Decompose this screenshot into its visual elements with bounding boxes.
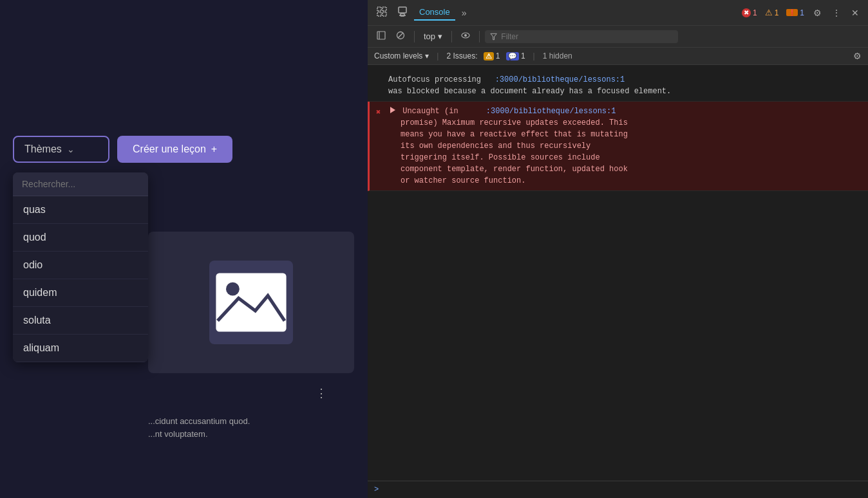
themes-button[interactable]: Thèmes ⌄ bbox=[13, 136, 109, 163]
create-label: Créer une leçon bbox=[133, 143, 206, 155]
card-menu-button[interactable]: ⋮ bbox=[316, 386, 327, 400]
svg-rect-4 bbox=[382, 7, 386, 11]
card-text-line2: ...nt voluptatem. bbox=[148, 428, 250, 441]
lesson-card-image bbox=[148, 232, 354, 373]
console-message-error: ✖ Uncaught (in :3000/bibliotheque/lesson… bbox=[368, 102, 868, 191]
dropdown-item-quas[interactable]: quas bbox=[13, 196, 148, 224]
eye-icon bbox=[461, 31, 470, 40]
issues-bar: Custom levels ▾ | 2 Issues: ⚠ 1 💬 1 | 1 … bbox=[368, 48, 868, 65]
gear-icon: ⚙ bbox=[813, 8, 822, 18]
autofocus-text: was blocked because a document already h… bbox=[388, 87, 671, 96]
devtools-settings-button[interactable]: ⚙ bbox=[809, 5, 826, 21]
issues-info-count: 1 bbox=[521, 51, 525, 60]
filter-input-wrap bbox=[485, 30, 678, 43]
dropdown-search-input[interactable] bbox=[13, 172, 148, 196]
left-panel: Thèmes ⌄ Créer une leçon + quas quod odi… bbox=[0, 0, 368, 498]
filter-icon bbox=[490, 33, 497, 41]
dropdown-item-aliquam[interactable]: aliquam bbox=[13, 335, 148, 362]
issues-warn-count: 1 bbox=[496, 51, 500, 60]
issues-info-icon: 💬 bbox=[506, 52, 519, 60]
console-toolbar: top ▾ bbox=[368, 26, 868, 48]
context-label: top bbox=[424, 32, 435, 41]
autofocus-link[interactable]: :3000/bibliotheque/lessons:1 bbox=[495, 75, 625, 84]
themes-label: Thèmes bbox=[24, 143, 62, 155]
dropdown-item-quod[interactable]: quod bbox=[13, 224, 148, 252]
devtools-tabbar: Console » ✖ 1 ⚠ 1 ❗ 1 ⚙ ⋮ ✕ bbox=[368, 0, 868, 26]
warning-badge: ⚠ 1 bbox=[762, 6, 782, 19]
svg-rect-10 bbox=[377, 32, 385, 39]
svg-rect-5 bbox=[377, 12, 381, 16]
console-input[interactable] bbox=[384, 485, 862, 494]
warning-triangle-icon: ⚠ bbox=[765, 8, 773, 17]
issues-separator: | bbox=[437, 51, 439, 60]
sidebar-toggle-button[interactable] bbox=[373, 28, 390, 44]
issues-settings-button[interactable]: ⚙ bbox=[853, 51, 862, 61]
create-lesson-button[interactable]: Créer une leçon + bbox=[117, 136, 232, 163]
console-content: Autofocus processing :3000/bibliotheque/… bbox=[368, 65, 868, 481]
svg-marker-16 bbox=[491, 33, 496, 39]
card-text: ...cidunt accusantium quod. ...nt volupt… bbox=[148, 415, 250, 440]
custom-levels-arrow: ▾ bbox=[425, 51, 429, 60]
eye-button[interactable] bbox=[457, 28, 474, 44]
issues-prefix: 2 Issues: bbox=[446, 51, 477, 60]
console-prompt: > bbox=[374, 485, 379, 494]
dropdown-item-soluta[interactable]: soluta bbox=[13, 307, 148, 335]
issues-summary: 2 Issues: ⚠ 1 💬 1 bbox=[446, 51, 525, 60]
sidebar-icon bbox=[377, 31, 386, 40]
issues-warn-icon: ⚠ bbox=[484, 52, 494, 60]
context-selector-button[interactable]: top ▾ bbox=[420, 30, 446, 43]
svg-line-13 bbox=[398, 33, 403, 38]
expand-triangle-icon[interactable] bbox=[390, 107, 395, 113]
info-count: 1 bbox=[800, 8, 804, 17]
issues-gear-icon: ⚙ bbox=[853, 51, 862, 61]
issues-sep-2: | bbox=[533, 51, 535, 60]
inspect-icon bbox=[377, 6, 387, 17]
custom-levels-label: Custom levels bbox=[374, 51, 422, 60]
devtools-more-button[interactable]: ⋮ bbox=[828, 5, 845, 21]
block-icon bbox=[396, 31, 405, 40]
tab-console[interactable]: Console bbox=[414, 5, 455, 21]
menu-dots-icon: ⋮ bbox=[316, 387, 327, 400]
image-placeholder-icon bbox=[209, 261, 293, 344]
dropdown-item-quidem[interactable]: quidem bbox=[13, 279, 148, 307]
clear-console-button[interactable] bbox=[392, 28, 409, 44]
close-icon: ✕ bbox=[851, 8, 859, 18]
inspect-element-button[interactable] bbox=[373, 4, 391, 21]
info-icon: ❗ bbox=[786, 9, 798, 16]
console-input-row: > bbox=[368, 481, 868, 498]
separator-3 bbox=[479, 31, 480, 42]
console-message-autofocus: Autofocus processing :3000/bibliotheque/… bbox=[368, 70, 868, 102]
error-icon: ✖ bbox=[376, 107, 381, 118]
svg-rect-6 bbox=[382, 12, 386, 16]
dropdown-arrow-icon: ▾ bbox=[438, 32, 442, 41]
svg-rect-1 bbox=[216, 273, 286, 332]
card-text-line1: ...cidunt accusantium quod. bbox=[148, 415, 250, 428]
topbar-right: ✖ 1 ⚠ 1 ❗ 1 ⚙ ⋮ ✕ bbox=[739, 5, 863, 21]
filter-input[interactable] bbox=[501, 32, 673, 41]
svg-rect-3 bbox=[377, 7, 381, 11]
error-message-body: promise) Maximum recursive updates excee… bbox=[390, 117, 862, 187]
themes-dropdown: quas quod odio quidem soluta aliquam bbox=[13, 172, 148, 362]
error-badge: ✖ 1 bbox=[739, 7, 760, 19]
devtools-panel: Console » ✖ 1 ⚠ 1 ❗ 1 ⚙ ⋮ ✕ bbox=[368, 0, 868, 498]
device-icon bbox=[397, 6, 408, 17]
more-tabs-button[interactable]: » bbox=[458, 5, 471, 21]
devtools-close-button[interactable]: ✕ bbox=[847, 5, 863, 21]
error-circle-icon: ✖ bbox=[742, 8, 751, 17]
issues-hidden-label: 1 hidden bbox=[543, 51, 572, 60]
error-text-uncaught: Uncaught (in bbox=[402, 107, 458, 116]
vertical-dots-icon: ⋮ bbox=[832, 8, 841, 18]
svg-point-2 bbox=[226, 282, 240, 296]
svg-point-15 bbox=[464, 34, 467, 37]
dropdown-item-odio[interactable]: odio bbox=[13, 252, 148, 279]
chevron-down-icon: ⌄ bbox=[67, 144, 75, 154]
svg-rect-7 bbox=[399, 7, 406, 13]
warning-count: 1 bbox=[775, 8, 779, 17]
custom-levels-button[interactable]: Custom levels ▾ bbox=[374, 51, 429, 60]
device-toggle-button[interactable] bbox=[393, 4, 411, 21]
error-link[interactable]: :3000/bibliotheque/lessons:1 bbox=[486, 107, 616, 116]
separator-2 bbox=[451, 31, 452, 42]
toolbar: Thèmes ⌄ Créer une leçon + bbox=[0, 125, 245, 173]
plus-icon: + bbox=[211, 143, 217, 155]
separator-1 bbox=[414, 31, 415, 42]
